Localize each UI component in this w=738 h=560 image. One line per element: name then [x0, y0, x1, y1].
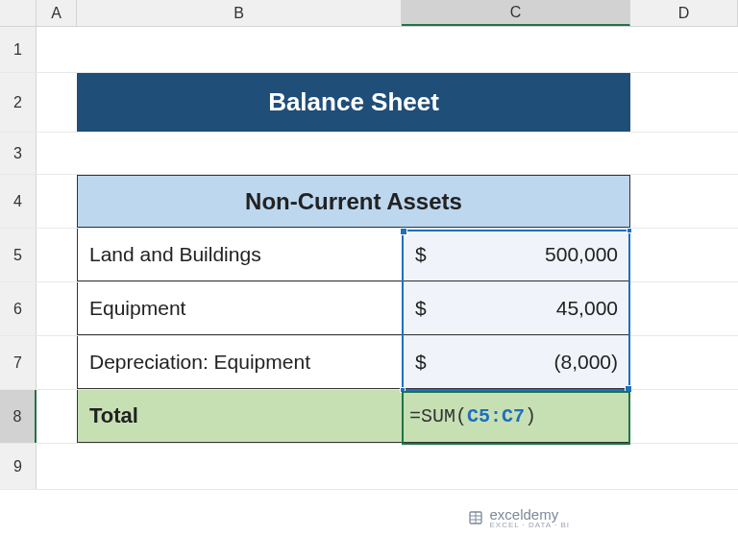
cell-B5[interactable]: Land and Buildings [77, 229, 402, 281]
currency-symbol: $ [415, 297, 427, 320]
cell-D8[interactable] [630, 390, 738, 443]
cell-D6[interactable] [630, 282, 738, 335]
value-text: 45,000 [556, 297, 618, 320]
row-7: 7 Depreciation: Equipment $ (8,000) [0, 336, 738, 390]
watermark: exceldemy EXCEL · DATA · BI [468, 506, 570, 529]
row-8: 8 Total =SUM(C5:C7) [0, 390, 738, 444]
row-1: 1 [0, 27, 738, 73]
formula-reference: C5:C7 [467, 405, 525, 427]
cell-C9[interactable] [402, 444, 630, 489]
row-header-5[interactable]: 5 [0, 229, 37, 281]
cell-A7[interactable] [37, 336, 77, 389]
row-9: 9 [0, 444, 738, 490]
cell-D5[interactable] [630, 229, 738, 281]
cell-B7[interactable]: Depreciation: Equipment [77, 336, 402, 389]
spreadsheet-grid: A B C D 1 2 Balance Sheet 3 4 Non-Curren… [0, 0, 738, 560]
cell-D2[interactable] [630, 73, 738, 132]
cell-A1[interactable] [37, 27, 77, 72]
value-text: (8,000) [554, 351, 618, 374]
formula-prefix: =SUM( [409, 405, 467, 427]
spreadsheet-icon [468, 510, 483, 525]
row-header-1[interactable]: 1 [0, 27, 37, 72]
cell-A6[interactable] [37, 282, 77, 335]
row-5: 5 Land and Buildings $ 500,000 [0, 229, 738, 282]
watermark-tagline: EXCEL · DATA · BI [489, 521, 570, 529]
row-header-7[interactable]: 7 [0, 336, 37, 389]
cell-A4[interactable] [37, 175, 77, 228]
cell-C8-formula[interactable]: =SUM(C5:C7) [402, 390, 630, 443]
currency-symbol: $ [415, 351, 427, 374]
cell-C7[interactable]: $ (8,000) [402, 336, 630, 389]
col-header-B[interactable]: B [77, 0, 402, 26]
cell-C5[interactable]: $ 500,000 [402, 229, 630, 281]
row-2: 2 Balance Sheet [0, 73, 738, 133]
row-header-2[interactable]: 2 [0, 73, 37, 132]
cell-D4[interactable] [630, 175, 738, 228]
currency-symbol: $ [415, 243, 427, 266]
row-header-6[interactable]: 6 [0, 282, 37, 335]
cell-B6[interactable]: Equipment [77, 282, 402, 335]
cell-C1[interactable] [402, 27, 630, 72]
col-header-C[interactable]: C [402, 0, 630, 26]
cell-A8[interactable] [37, 390, 77, 443]
cell-B8-total[interactable]: Total [77, 390, 402, 443]
cell-B1[interactable] [77, 27, 402, 72]
cell-B3[interactable] [77, 133, 402, 174]
title-cell[interactable]: Balance Sheet [77, 73, 630, 132]
cell-D9[interactable] [630, 444, 738, 489]
row-4: 4 Non-Current Assets [0, 175, 738, 229]
row-header-3[interactable]: 3 [0, 133, 37, 174]
value-text: 500,000 [545, 243, 618, 266]
row-header-4[interactable]: 4 [0, 175, 37, 228]
column-headers: A B C D [0, 0, 738, 27]
section-header[interactable]: Non-Current Assets [77, 175, 630, 228]
cell-C6[interactable]: $ 45,000 [402, 282, 630, 335]
cell-A5[interactable] [37, 229, 77, 281]
cell-A3[interactable] [37, 133, 77, 174]
select-all-corner[interactable] [0, 0, 37, 26]
formula-suffix: ) [525, 405, 536, 427]
col-header-A[interactable]: A [37, 0, 77, 26]
cell-C3[interactable] [402, 133, 630, 174]
cell-A9[interactable] [37, 444, 77, 489]
cell-D1[interactable] [630, 27, 738, 72]
row-header-8[interactable]: 8 [0, 390, 37, 443]
formula-text: =SUM(C5:C7) [409, 405, 536, 427]
row-header-9[interactable]: 9 [0, 444, 37, 489]
cell-B9[interactable] [77, 444, 402, 489]
cell-D3[interactable] [630, 133, 738, 174]
row-6: 6 Equipment $ 45,000 [0, 282, 738, 336]
col-header-D[interactable]: D [630, 0, 738, 26]
cell-A2[interactable] [37, 73, 77, 132]
row-3: 3 [0, 133, 738, 175]
cell-D7[interactable] [630, 336, 738, 389]
